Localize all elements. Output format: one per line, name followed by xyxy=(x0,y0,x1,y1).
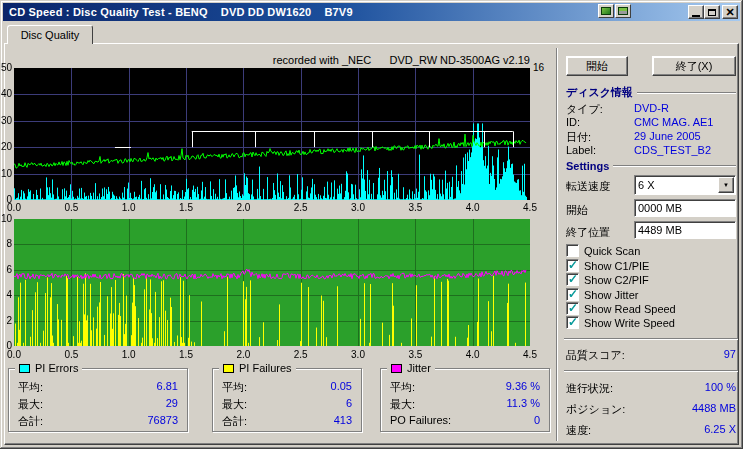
disc-info-header: ディスク情報 xyxy=(566,85,736,100)
checkbox-box[interactable]: ✓ xyxy=(566,288,579,301)
jitter-legend: Jitter xyxy=(387,362,435,374)
tab-label: Disc Quality xyxy=(21,29,80,41)
recorded-with-label: recorded with _NEC DVD_RW ND-3500AG v2.1… xyxy=(230,54,530,66)
start-button[interactable]: 開始 xyxy=(566,56,628,76)
stat-row: 平均:0.05 xyxy=(222,380,352,395)
stat-row: 最大:29 xyxy=(18,397,178,412)
checkbox-label: Show C2/PIF xyxy=(584,274,649,286)
disc-type-row: タイプ:DVD-R xyxy=(566,102,736,117)
checkbox-box[interactable]: ✓ xyxy=(566,273,579,286)
checkbox-show-read-speed[interactable]: ✓Show Read Speed xyxy=(566,302,676,315)
pi-errors-title: PI Errors xyxy=(35,362,78,374)
checkbox-box[interactable]: ✓ xyxy=(566,316,579,329)
checkbox-show-jitter[interactable]: ✓Show Jitter xyxy=(566,288,638,301)
pi-failures-title: PI Failures xyxy=(239,362,292,374)
speed-row: 速度:6.25 X xyxy=(566,423,736,438)
check-icon: ✓ xyxy=(568,301,578,315)
pi-errors-chart-canvas xyxy=(14,68,530,200)
position-row: ポジション:4488 MB xyxy=(566,402,736,417)
exit-button[interactable]: 終了(X) xyxy=(652,56,736,76)
minimize-icon xyxy=(692,10,700,17)
speed-combobox-value: 6 X xyxy=(635,179,718,191)
pi-errors-legend: PI Errors xyxy=(15,362,82,374)
maximize-button[interactable] xyxy=(704,5,720,19)
speed-combobox[interactable]: 6 X ▼ xyxy=(634,175,736,195)
check-icon: ✓ xyxy=(568,287,578,301)
stat-row: 平均:9.36 % xyxy=(390,380,540,395)
checkbox-label: Show C1/PIE xyxy=(584,260,649,272)
pi-failures-legend: PI Failures xyxy=(219,362,296,374)
pi-failures-chart-canvas xyxy=(14,219,530,346)
checkbox-label: Show Jitter xyxy=(584,289,638,301)
minimize-button[interactable] xyxy=(688,5,704,19)
checkbox-box[interactable]: ✓ xyxy=(566,259,579,272)
exit-button-label: 終了(X) xyxy=(676,59,713,74)
checkbox-show-c1-pie[interactable]: ✓Show C1/PIE xyxy=(566,259,649,272)
separator xyxy=(564,338,738,340)
pi-errors-color-swatch xyxy=(19,364,30,373)
checkbox-label: Show Read Speed xyxy=(584,303,676,315)
window-title: CD Speed : Disc Quality Test - BENQ DVD … xyxy=(9,6,353,18)
titlebar-extra-icon-1[interactable] xyxy=(598,4,614,18)
start-position-label: 開始 xyxy=(566,203,588,218)
check-icon: ✓ xyxy=(568,315,578,329)
speed-value: 6.25 X xyxy=(704,423,736,438)
start-button-label: 開始 xyxy=(586,59,608,74)
close-button[interactable]: ✕ xyxy=(722,5,738,19)
stat-row: 最大:6 xyxy=(222,397,352,412)
end-position-value: 4489 MB xyxy=(638,224,682,236)
progress-value: 100 % xyxy=(705,381,736,396)
pi-failures-panel: PI Failures 平均:0.05 最大:6 合計:413 xyxy=(212,368,362,432)
quality-score-row: 品質スコア:97 xyxy=(566,348,736,363)
disc-label-row: Label:CDS_TEST_B2 xyxy=(566,144,736,156)
disc-date-row: 日付:29 June 2005 xyxy=(566,130,736,145)
checkbox-show-c2-pif[interactable]: ✓Show C2/PIF xyxy=(566,273,649,286)
settings-header: Settings xyxy=(566,160,736,172)
stat-row: 合計:76873 xyxy=(18,414,178,429)
checkbox-show-write-speed[interactable]: ✓Show Write Speed xyxy=(566,316,675,329)
checkbox-box[interactable]: ✓ xyxy=(566,302,579,315)
jitter-panel: Jitter 平均:9.36 % 最大:11.3 % PO Failures:0 xyxy=(380,368,550,432)
progress-row: 進行状況:100 % xyxy=(566,381,736,396)
position-value: 4488 MB xyxy=(692,402,736,417)
pi-errors-panel: PI Errors 平均:6.81 最大:29 合計:76873 xyxy=(8,368,188,432)
jitter-color-swatch xyxy=(391,364,402,373)
maximize-icon xyxy=(708,9,716,16)
combo-dropdown-button[interactable]: ▼ xyxy=(718,177,734,193)
vertical-separator xyxy=(556,48,558,441)
green-chart-icon xyxy=(601,7,611,15)
check-icon: ✓ xyxy=(568,272,578,286)
separator xyxy=(564,370,738,372)
quality-score-value: 97 xyxy=(724,348,736,363)
disc-id-row: ID:CMC MAG. AE1 xyxy=(566,116,736,128)
header-rule xyxy=(637,92,736,94)
stat-row: 合計:413 xyxy=(222,414,352,429)
app-window: CD Speed : Disc Quality Test - BENQ DVD … xyxy=(0,0,743,449)
start-position-field[interactable]: 0000 MB xyxy=(634,199,736,217)
check-icon: ✓ xyxy=(568,258,578,272)
end-position-field[interactable]: 4489 MB xyxy=(634,221,736,239)
close-icon: ✕ xyxy=(725,7,734,17)
start-position-value: 0000 MB xyxy=(638,202,682,214)
jitter-title: Jitter xyxy=(407,362,431,374)
checkbox-box[interactable]: ✓ xyxy=(566,244,579,257)
pi-failures-color-swatch xyxy=(223,364,234,373)
green-save-icon xyxy=(618,7,628,15)
checkbox-quick-scan[interactable]: ✓Quick Scan xyxy=(566,244,640,257)
chevron-down-icon: ▼ xyxy=(723,182,729,188)
end-position-label: 終了位置 xyxy=(566,225,610,240)
stat-row: PO Failures:0 xyxy=(390,414,540,426)
titlebar-extra-icon-2[interactable] xyxy=(615,4,631,18)
stat-row: 平均:6.81 xyxy=(18,380,178,395)
top-chart-right-axis-label: 16 xyxy=(533,62,544,73)
checkbox-label: Show Write Speed xyxy=(584,317,675,329)
header-rule xyxy=(613,165,736,167)
stat-row: 最大:11.3 % xyxy=(390,397,540,412)
checkbox-label: Quick Scan xyxy=(584,245,640,257)
tab-disc-quality[interactable]: Disc Quality xyxy=(7,25,93,44)
speed-label: 転送速度 xyxy=(566,179,610,194)
